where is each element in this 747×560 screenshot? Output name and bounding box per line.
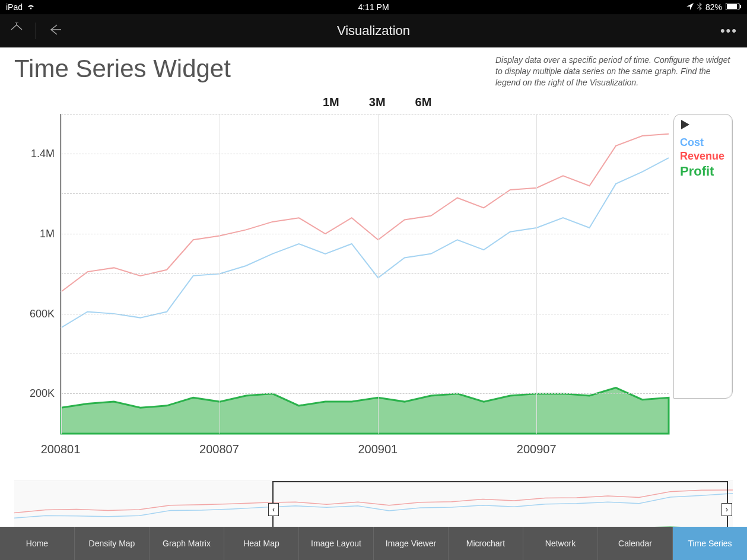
tab-home[interactable]: Home [0,527,74,560]
page-description: Display data over a specific period of t… [495,55,733,88]
battery-percent: 82% [705,2,722,12]
nav-title: Visualization [337,23,410,39]
tab-time-series[interactable]: Time Series [672,527,747,560]
tab-graph-matrix[interactable]: Graph Matrix [149,527,224,560]
tab-network[interactable]: Network [523,527,597,560]
series-cost [61,158,669,327]
x-tick: 200801 [41,443,81,456]
svg-rect-2 [727,4,737,9]
main-chart: 200K600K1M1.4M Cost Revenue Profit [14,114,733,434]
tab-density-map[interactable]: Density Map [74,527,149,560]
y-tick: 600K [30,307,55,320]
home-icon[interactable] [9,23,24,39]
legend-cost[interactable]: Cost [680,136,726,149]
svg-rect-1 [740,5,741,8]
tab-heat-map[interactable]: Heat Map [224,527,298,560]
range-3m[interactable]: 3M [369,96,386,109]
play-icon[interactable] [680,119,726,133]
y-tick: 1M [40,227,55,240]
more-menu-icon[interactable]: ••• [720,23,738,39]
legend-profit[interactable]: Profit [680,164,726,179]
clock: 4:11 PM [358,2,389,12]
range-1m[interactable]: 1M [323,96,339,109]
series-revenue [61,133,669,291]
y-tick: 1.4M [31,148,55,160]
back-icon[interactable] [48,23,62,39]
x-tick: 200907 [517,443,557,456]
overview-handle-right[interactable]: › [721,503,732,516]
range-selector: 1M 3M 6M [14,96,733,109]
series-profit [61,387,669,433]
range-6m[interactable]: 6M [415,96,432,109]
x-tick: 200901 [358,443,398,456]
location-icon [686,2,694,12]
y-axis: 200K600K1M1.4M [14,114,61,434]
page-title: Time Series Widget [14,55,231,83]
y-tick: 200K [30,387,55,400]
wifi-icon [26,2,36,12]
battery-icon [726,2,741,12]
legend-panel: Cost Revenue Profit [673,114,733,399]
x-tick: 200807 [199,443,239,456]
legend-revenue[interactable]: Revenue [680,150,726,163]
device-label: iPad [6,2,23,12]
x-axis: 200801200807200901200907 [61,443,669,466]
tab-image-viewer[interactable]: Image Viewer [373,527,448,560]
status-bar: iPad 4:11 PM 82% [0,0,747,14]
bluetooth-icon [697,2,702,12]
overview-handle-left[interactable]: ‹ [268,503,279,516]
tab-calendar[interactable]: Calendar [597,527,672,560]
tab-image-layout[interactable]: Image Layout [298,527,373,560]
tab-bar: HomeDensity MapGraph MatrixHeat MapImage… [0,527,747,560]
plot-area[interactable] [61,114,669,434]
tab-microchart[interactable]: Microchart [448,527,523,560]
navigation-bar: Visualization ••• [0,14,747,47]
